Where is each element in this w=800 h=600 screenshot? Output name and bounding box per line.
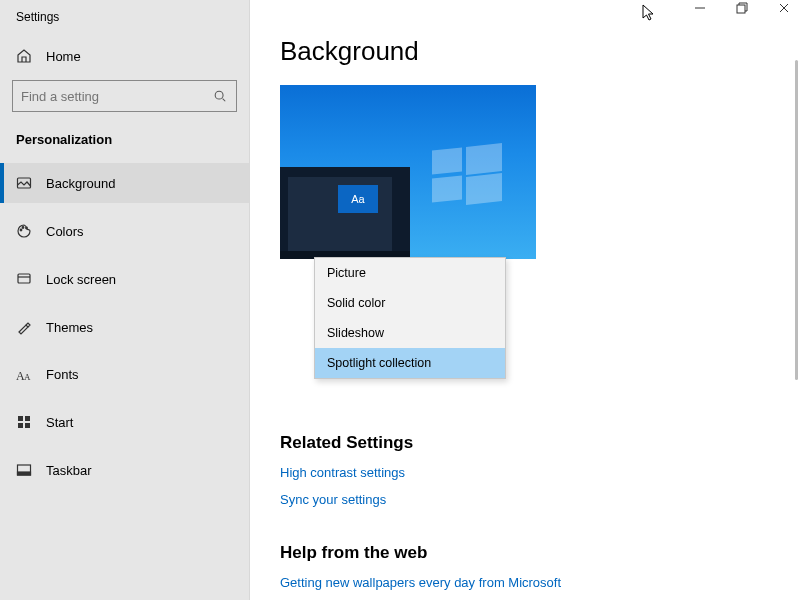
sidebar-item-label: Background — [46, 176, 115, 191]
sidebar-item-start[interactable]: Start — [0, 402, 249, 442]
nav-home-label: Home — [46, 49, 81, 64]
dropdown-option-spotlight[interactable]: Spotlight collection — [315, 348, 505, 378]
fonts-icon: AA — [16, 368, 32, 382]
sidebar-item-background[interactable]: Background — [0, 163, 249, 203]
sidebar: Settings Home Personalization — [0, 0, 250, 600]
nav-home[interactable]: Home — [0, 36, 249, 76]
main-content: Background Aa Picture Solid color Slides… — [250, 0, 800, 600]
sidebar-item-label: Themes — [46, 320, 93, 335]
sidebar-item-label: Colors — [46, 224, 84, 239]
link-sync-settings[interactable]: Sync your settings — [280, 492, 800, 507]
background-preview: Aa — [280, 85, 536, 259]
start-icon — [16, 414, 32, 430]
link-high-contrast[interactable]: High contrast settings — [280, 465, 800, 480]
sidebar-item-lockscreen[interactable]: Lock screen — [0, 259, 249, 299]
lockscreen-icon — [16, 271, 32, 287]
preview-sample-text: Aa — [338, 185, 378, 213]
dropdown-option-picture[interactable]: Picture — [315, 258, 505, 288]
preview-desktop: Aa — [280, 167, 410, 259]
app-title: Settings — [0, 6, 249, 36]
search-icon — [213, 89, 227, 103]
windows-logo-icon — [432, 145, 504, 207]
link-help-wallpapers[interactable]: Getting new wallpapers every day from Mi… — [280, 575, 800, 590]
maximize-button[interactable] — [736, 2, 752, 14]
palette-icon — [16, 223, 32, 239]
sidebar-item-taskbar[interactable]: Taskbar — [0, 450, 249, 490]
sidebar-item-label: Lock screen — [46, 272, 116, 287]
svg-rect-11 — [25, 423, 30, 428]
svg-point-2 — [20, 229, 22, 231]
close-button[interactable] — [778, 2, 794, 14]
themes-icon — [16, 319, 32, 335]
background-type-dropdown[interactable]: Picture Solid color Slideshow Spotlight … — [314, 257, 506, 379]
dropdown-option-slideshow[interactable]: Slideshow — [315, 318, 505, 348]
svg-rect-9 — [25, 416, 30, 421]
section-label: Personalization — [0, 120, 249, 163]
svg-rect-14 — [737, 5, 745, 13]
image-icon — [16, 175, 32, 191]
svg-point-4 — [26, 227, 28, 229]
svg-rect-13 — [18, 472, 31, 475]
svg-rect-5 — [18, 274, 30, 283]
sidebar-item-label: Fonts — [46, 367, 79, 382]
help-heading: Help from the web — [280, 543, 800, 563]
sidebar-item-themes[interactable]: Themes — [0, 307, 249, 347]
minimize-button[interactable] — [694, 2, 710, 14]
sidebar-list: Background Colors Lock screen — [0, 163, 249, 498]
dropdown-option-solid-color[interactable]: Solid color — [315, 288, 505, 318]
svg-text:A: A — [24, 372, 31, 382]
window-controls — [694, 2, 794, 14]
sidebar-item-fonts[interactable]: AA Fonts — [0, 355, 249, 394]
svg-rect-10 — [18, 423, 23, 428]
sidebar-item-colors[interactable]: Colors — [0, 211, 249, 251]
related-settings-heading: Related Settings — [280, 433, 800, 453]
svg-point-3 — [22, 227, 24, 229]
svg-rect-8 — [18, 416, 23, 421]
sidebar-item-label: Taskbar — [46, 463, 92, 478]
scrollbar[interactable] — [795, 60, 798, 380]
search-input[interactable] — [12, 80, 237, 112]
home-icon — [16, 48, 32, 64]
page-title: Background — [280, 36, 800, 67]
svg-point-0 — [215, 91, 223, 99]
taskbar-icon — [16, 462, 32, 478]
sidebar-item-label: Start — [46, 415, 73, 430]
